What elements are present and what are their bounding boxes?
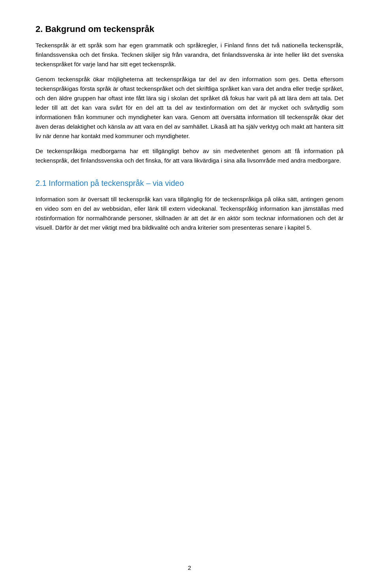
section-title: 2. Bakgrund om teckenspråk [36, 24, 343, 35]
subsection-title: 2.1 Information på teckenspråk – via vid… [36, 178, 343, 188]
subsection-paragraph-1: Information som är översatt till teckens… [36, 195, 343, 232]
paragraph-2: Genom teckenspråk ökar möjligheterna att… [36, 75, 343, 141]
page: 2. Bakgrund om teckenspråk Teckenspråk ä… [0, 0, 379, 588]
paragraph-1: Teckenspråk är ett språk som har egen gr… [36, 41, 343, 69]
page-number: 2 [188, 564, 191, 573]
paragraph-3: De teckenspråkiga medborgarna har ett ti… [36, 146, 343, 165]
